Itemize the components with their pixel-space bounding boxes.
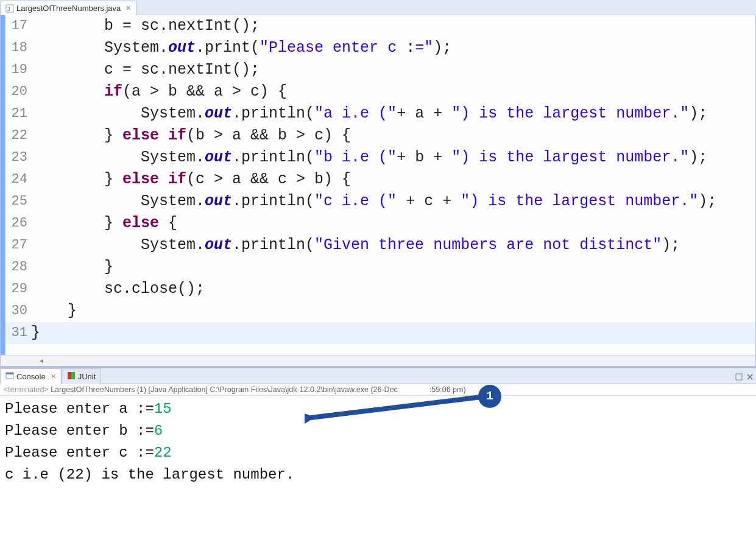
code-line[interactable]: 20 if(a > b && a > c) { bbox=[5, 81, 755, 103]
line-number: 25 bbox=[5, 191, 31, 212]
code-line[interactable]: 28 } bbox=[5, 256, 755, 278]
status-suffix: :59:06 pm) bbox=[429, 385, 466, 394]
editor-pane: 17 b = sc.nextInt();18 System.out.print(… bbox=[0, 15, 756, 367]
code-text[interactable]: System.out.println("a i.e ("+ a + ") is … bbox=[31, 103, 755, 125]
console-user-input: 15 bbox=[154, 401, 172, 417]
tab-junit[interactable]: JUnit bbox=[62, 368, 102, 384]
code-line[interactable]: 19 c = sc.nextInt(); bbox=[5, 59, 755, 81]
line-number: 22 bbox=[5, 125, 31, 147]
code-text[interactable]: System.out.print("Please enter c :="); bbox=[31, 37, 755, 59]
console-toolbar bbox=[735, 372, 754, 379]
console-user-input: 22 bbox=[154, 444, 172, 461]
code-text[interactable]: } else if(c > a && c > b) { bbox=[31, 169, 755, 191]
line-number: 17 bbox=[5, 15, 31, 37]
line-number: 21 bbox=[5, 103, 31, 125]
scroll-left-icon[interactable]: ◄ bbox=[37, 357, 46, 365]
code-line[interactable]: 31} bbox=[5, 322, 755, 344]
ide-root: J LargestOfThreeNumbers.java ✕ 17 b = sc… bbox=[0, 0, 756, 537]
code-line[interactable]: 17 b = sc.nextInt(); bbox=[5, 15, 755, 37]
console-line: Please enter b :=6 bbox=[5, 420, 751, 442]
code-line[interactable]: 18 System.out.print("Please enter c :=")… bbox=[5, 37, 755, 59]
svg-text:J: J bbox=[7, 6, 10, 12]
code-line[interactable]: 25 System.out.println("c i.e (" + c + ")… bbox=[5, 191, 755, 212]
editor-tab-label: LargestOfThreeNumbers.java bbox=[16, 4, 121, 13]
code-viewport[interactable]: 17 b = sc.nextInt();18 System.out.print(… bbox=[1, 15, 755, 355]
code-text[interactable]: if(a > b && a > c) { bbox=[31, 81, 755, 103]
line-number: 29 bbox=[5, 278, 31, 300]
code-text[interactable]: } bbox=[31, 322, 755, 344]
close-panel-icon[interactable] bbox=[746, 372, 754, 379]
close-icon[interactable]: ✕ bbox=[51, 373, 56, 381]
junit-icon bbox=[67, 371, 76, 382]
code-text[interactable]: } bbox=[31, 256, 755, 278]
line-number: 24 bbox=[5, 169, 31, 191]
svg-rect-5 bbox=[71, 372, 75, 379]
code-line[interactable]: 29 sc.close(); bbox=[5, 278, 755, 300]
console-icon bbox=[5, 371, 14, 382]
line-number: 31 bbox=[5, 322, 31, 344]
code-line[interactable]: 22 } else if(b > a && b > c) { bbox=[5, 125, 755, 147]
horizontal-scrollbar[interactable]: ◄ bbox=[1, 355, 755, 366]
minimize-icon[interactable] bbox=[735, 372, 743, 379]
code-line[interactable]: 30 } bbox=[5, 300, 755, 322]
code-line[interactable]: 26 } else { bbox=[5, 212, 755, 234]
code-text[interactable]: System.out.println("b i.e ("+ b + ") is … bbox=[31, 147, 755, 169]
bottom-panel: Console ✕ JUnit <terminated> LargestOfTh… bbox=[0, 367, 756, 537]
code-line[interactable]: 21 System.out.println("a i.e ("+ a + ") … bbox=[5, 103, 755, 125]
status-terminated: <terminated> bbox=[4, 385, 49, 394]
console-output[interactable]: Please enter a :=15Please enter b :=6Ple… bbox=[0, 396, 756, 537]
code-lines[interactable]: 17 b = sc.nextInt();18 System.out.print(… bbox=[1, 15, 755, 344]
console-status-line: <terminated> LargestOfThreeNumbers (1) [… bbox=[0, 384, 756, 396]
svg-rect-3 bbox=[6, 373, 13, 374]
status-text: LargestOfThreeNumbers (1) [Java Applicat… bbox=[49, 385, 398, 394]
code-text[interactable]: System.out.println("c i.e (" + c + ") is… bbox=[31, 191, 755, 212]
code-text[interactable]: } bbox=[31, 300, 755, 322]
editor-tab-bar: J LargestOfThreeNumbers.java ✕ bbox=[0, 0, 756, 15]
code-line[interactable]: 24 } else if(c > a && c > b) { bbox=[5, 169, 755, 191]
svg-rect-4 bbox=[68, 372, 71, 379]
editor-tab-active[interactable]: J LargestOfThreeNumbers.java ✕ bbox=[0, 1, 136, 15]
line-number: 26 bbox=[5, 212, 31, 234]
line-number: 20 bbox=[5, 81, 31, 103]
folding-gutter[interactable] bbox=[1, 15, 5, 355]
code-text[interactable]: b = sc.nextInt(); bbox=[31, 15, 755, 37]
line-number: 23 bbox=[5, 147, 31, 169]
code-text[interactable]: sc.close(); bbox=[31, 278, 755, 300]
tab-console[interactable]: Console ✕ bbox=[0, 368, 62, 384]
line-number: 19 bbox=[5, 59, 31, 81]
code-line[interactable]: 23 System.out.println("b i.e ("+ b + ") … bbox=[5, 147, 755, 169]
code-line[interactable]: 27 System.out.println("Given three numbe… bbox=[5, 234, 755, 256]
code-text[interactable]: } else { bbox=[31, 212, 755, 234]
java-file-icon: J bbox=[5, 4, 14, 13]
close-icon[interactable]: ✕ bbox=[125, 4, 131, 12]
code-text[interactable]: System.out.println("Given three numbers … bbox=[31, 234, 755, 256]
bottom-tab-bar: Console ✕ JUnit bbox=[0, 368, 756, 384]
svg-rect-6 bbox=[736, 374, 742, 380]
console-line: c i.e (22) is the largest number. bbox=[5, 464, 751, 486]
tab-junit-label: JUnit bbox=[78, 372, 96, 381]
line-number: 28 bbox=[5, 256, 31, 278]
line-number: 27 bbox=[5, 234, 31, 256]
line-number: 30 bbox=[5, 300, 31, 322]
code-text[interactable]: } else if(b > a && b > c) { bbox=[31, 125, 755, 147]
console-line: Please enter a :=15 bbox=[5, 398, 751, 420]
console-line: Please enter c :=22 bbox=[5, 442, 751, 464]
code-text[interactable]: c = sc.nextInt(); bbox=[31, 59, 755, 81]
line-number: 18 bbox=[5, 37, 31, 59]
tab-console-label: Console bbox=[16, 372, 46, 381]
console-user-input: 6 bbox=[154, 423, 163, 439]
